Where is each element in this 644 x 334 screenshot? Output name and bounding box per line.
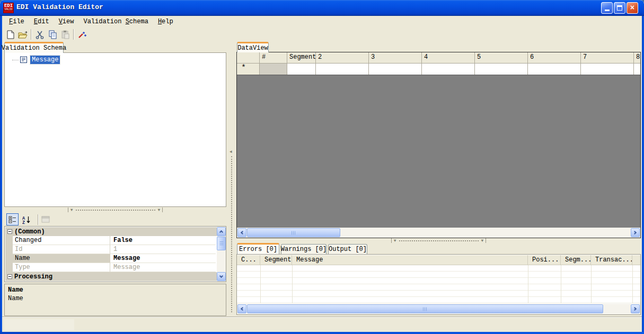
column-header[interactable]: 6 — [528, 52, 581, 63]
dataview-new-row: * — [237, 64, 640, 75]
chevron-left-icon — [241, 231, 244, 234]
column-header[interactable]: 4 — [422, 52, 475, 63]
dataview-grid: # Segment 2 3 4 5 6 7 8 * — [236, 52, 641, 238]
column-header[interactable]: 8 — [634, 52, 640, 63]
scroll-right-button[interactable] — [631, 228, 640, 237]
statusbar — [2, 317, 642, 332]
grid-cell-selected[interactable] — [260, 64, 287, 75]
scroll-left-button[interactable] — [237, 228, 246, 237]
tree-branch-line — [12, 60, 19, 60]
property-pages-button[interactable] — [39, 213, 51, 225]
grid-cell[interactable] — [422, 64, 475, 75]
column-header[interactable]: 7 — [581, 52, 634, 63]
collapse-icon[interactable] — [7, 274, 12, 279]
tab-errors-label: Errors [0] — [239, 246, 277, 253]
cut-button[interactable] — [33, 28, 46, 41]
vertical-splitter[interactable]: ◄ — [228, 52, 235, 315]
left-splitter[interactable]: ▼▼ — [4, 207, 226, 213]
scroll-right-button[interactable] — [631, 304, 640, 313]
window-border-left — [0, 16, 2, 334]
splitter-tick — [391, 238, 392, 243]
column-separator — [561, 265, 561, 303]
vscroll-thumb[interactable] — [217, 237, 226, 250]
open-file-button[interactable] — [16, 28, 29, 41]
menu-help[interactable]: Help — [153, 17, 178, 26]
grid-cell[interactable] — [287, 64, 316, 75]
column-header[interactable]: 2 — [316, 52, 369, 63]
errors-row[interactable] — [237, 291, 640, 297]
scroll-down-button[interactable] — [217, 272, 226, 281]
grid-cell[interactable] — [369, 64, 422, 75]
grid-cell[interactable] — [581, 64, 634, 75]
scroll-left-button[interactable] — [237, 304, 246, 313]
paste-button[interactable] — [59, 28, 72, 41]
new-row-marker: * — [237, 64, 260, 75]
toolbar — [2, 28, 642, 41]
grid-cell[interactable] — [634, 64, 640, 75]
menu-file[interactable]: File — [4, 17, 29, 26]
menu-edit[interactable]: Edit — [29, 17, 54, 26]
column-header[interactable]: # — [260, 52, 287, 63]
errors-hscrollbar[interactable] — [237, 304, 640, 314]
menu-view[interactable]: View — [54, 17, 79, 26]
grid-cell[interactable] — [528, 64, 581, 75]
property-label[interactable]: Name — [13, 254, 110, 263]
errors-row[interactable] — [237, 297, 640, 303]
copy-button[interactable] — [46, 28, 59, 41]
column-header[interactable]: Message — [292, 255, 528, 265]
property-row-changed[interactable]: Changed False — [5, 236, 217, 245]
grid-cell[interactable] — [475, 64, 528, 75]
tab-warnings[interactable]: Warnings [0] — [281, 244, 327, 254]
property-row-name[interactable]: Name Message — [5, 254, 217, 263]
column-header[interactable]: 3 — [369, 52, 422, 63]
hscroll-thumb[interactable] — [247, 228, 340, 237]
column-header[interactable]: Segm... — [561, 255, 591, 265]
new-file-button[interactable] — [4, 28, 16, 41]
alphabetical-sort-button[interactable]: AZ — [20, 213, 32, 225]
dataview-hscrollbar[interactable] — [237, 228, 640, 238]
grid-cell[interactable] — [316, 64, 369, 75]
tab-dataview-label: DataView — [237, 44, 268, 52]
property-row-type[interactable]: Type Message — [5, 263, 217, 272]
row-indent — [5, 236, 13, 245]
column-header[interactable]: 5 — [475, 52, 528, 63]
property-value[interactable]: False — [110, 236, 216, 245]
scroll-up-button[interactable] — [217, 227, 226, 236]
hscroll-thumb[interactable] — [247, 304, 603, 313]
splitter-dots — [399, 240, 479, 241]
menu-validation-schema[interactable]: Validation Schema — [78, 17, 153, 26]
right-splitter[interactable]: ▼▼ — [236, 238, 641, 243]
property-grid-vscrollbar[interactable] — [217, 227, 226, 282]
category-row-common[interactable]: (Common) — [5, 227, 217, 236]
errors-row[interactable] — [237, 265, 640, 272]
tab-dataview[interactable]: DataView — [237, 42, 269, 52]
errors-row[interactable] — [237, 272, 640, 278]
errors-row[interactable] — [237, 278, 640, 284]
errors-row[interactable] — [237, 284, 640, 291]
collapse-icon[interactable] — [7, 229, 12, 234]
tree-node-message[interactable]: Message — [12, 56, 60, 64]
property-value[interactable]: Message — [110, 254, 216, 263]
column-header — [632, 255, 640, 265]
window-border-right — [642, 16, 644, 334]
column-header[interactable]: Segment — [287, 52, 316, 63]
tree-node-label[interactable]: Message — [30, 56, 60, 64]
validate-button[interactable] — [76, 28, 89, 41]
tab-errors[interactable]: Errors [0] — [237, 243, 279, 254]
tab-output[interactable]: Output [0] — [328, 244, 367, 254]
close-button[interactable]: × — [627, 2, 638, 14]
property-label[interactable]: Changed — [13, 236, 110, 245]
validate-wand-icon — [78, 30, 87, 39]
tab-validation-schema[interactable]: Validation Schema — [4, 42, 64, 53]
minimize-button[interactable] — [601, 2, 613, 14]
column-header[interactable]: Transac... — [591, 255, 632, 265]
maximize-button[interactable] — [614, 2, 625, 14]
column-header[interactable]: C... — [237, 255, 260, 265]
categorized-button[interactable] — [6, 213, 19, 225]
column-header[interactable]: Segment — [260, 255, 292, 265]
property-row-id[interactable]: Id 1 — [5, 245, 217, 254]
category-row-processing[interactable]: Processing — [5, 272, 217, 281]
row-indent — [5, 245, 13, 254]
column-header[interactable]: Posi... — [528, 255, 561, 265]
splitter-collapse-arrow[interactable]: ◄ — [230, 149, 232, 154]
